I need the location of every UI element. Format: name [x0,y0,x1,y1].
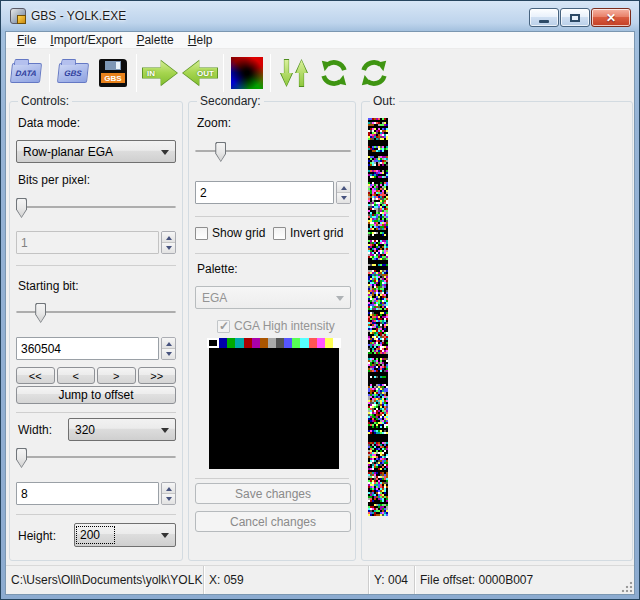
slider-thumb[interactable] [16,448,27,468]
spinner [336,181,351,204]
menu-palette[interactable]: Palette [129,32,180,48]
out-pixel-strip[interactable] [368,118,388,516]
spin-up-button[interactable] [337,182,350,192]
toolbar-separator [49,54,50,92]
divider [16,265,176,266]
show-grid-checkbox[interactable]: Show grid [195,226,265,240]
palette-swatch[interactable] [268,338,276,348]
open-data-button[interactable]: DATA [6,52,46,94]
bits-per-pixel-slider[interactable] [16,198,176,218]
invert-grid-checkbox[interactable]: Invert grid [273,226,343,240]
maximize-button[interactable] [560,8,590,27]
checkbox-icon [217,320,230,333]
color-wheel-button[interactable] [227,52,267,94]
out-arrow-icon: OUT [182,58,218,88]
palette-swatch[interactable] [252,338,260,348]
window-title: GBS - YOLK.EXE [31,9,126,23]
divider [195,478,349,479]
palette-swatch[interactable] [260,338,268,348]
status-file-path: C:\Users\Olli\Documents\yolk\YOLK.EXE [6,566,203,594]
slider-thumb[interactable] [35,303,46,323]
starting-bit-input[interactable] [16,337,159,360]
spin-up-button[interactable] [162,483,175,493]
offset-back-fast-button[interactable]: << [16,367,55,384]
palette-swatch[interactable] [219,338,227,348]
palette-swatch[interactable] [207,338,219,348]
palette-swatch[interactable] [300,338,308,348]
divider [195,216,349,217]
width-combobox[interactable]: 320 [68,418,176,441]
palette-swatch[interactable] [309,338,317,348]
refresh-ccw-icon [359,58,389,88]
palette-swatch[interactable] [325,338,333,348]
save-gbs-button[interactable]: GBS [93,52,133,94]
palette-swatch[interactable] [235,338,243,348]
refresh-alt-button[interactable] [354,52,394,94]
app-window: GBS - YOLK.EXE ✕ File Import/Export Pale… [0,0,640,600]
palette-swatch[interactable] [284,338,292,348]
close-button[interactable]: ✕ [591,8,631,27]
data-mode-combobox[interactable]: Row-planar EGA [16,140,176,163]
floppy-disk-icon: GBS [99,59,127,87]
divider [16,514,176,515]
divider [195,253,349,254]
width-fine-input[interactable] [16,482,159,505]
controls-group-label: Controls: [18,94,72,108]
palette-swatch[interactable] [317,338,325,348]
title-bar[interactable]: GBS - YOLK.EXE ✕ [1,1,639,31]
palette-swatch[interactable] [227,338,235,348]
spin-down-button[interactable] [162,493,175,504]
starting-bit-spin [16,337,176,360]
palette-swatch[interactable] [276,338,284,348]
menu-file[interactable]: File [10,32,43,48]
chevron-down-icon [161,150,169,159]
zoom-slider[interactable] [195,142,351,162]
spin-down-button[interactable] [337,192,350,203]
menu-import-export[interactable]: Import/Export [43,32,129,48]
slider-thumb[interactable] [16,198,27,218]
width-label: Width: [18,423,52,437]
spinner [161,337,176,360]
save-changes-button: Save changes [195,483,351,504]
offset-forward-fast-button[interactable]: >> [138,367,177,384]
starting-bit-slider[interactable] [16,303,176,323]
jump-to-offset-button[interactable]: Jump to offset [16,386,176,404]
zoom-label: Zoom: [197,116,231,130]
move-in-button[interactable]: IN [140,52,180,94]
in-arrow-icon: IN [142,58,178,88]
spin-down-button[interactable] [162,348,175,359]
palette-swatch[interactable] [292,338,300,348]
height-combobox[interactable]: 200 [74,523,176,547]
bits-per-pixel-label: Bits per pixel: [18,173,90,187]
swap-up-down-button[interactable] [274,52,314,94]
chevron-down-icon [336,296,344,305]
move-out-button[interactable]: OUT [180,52,220,94]
open-gbs-button[interactable]: GBS [53,52,93,94]
zoom-input[interactable] [195,181,334,204]
minimize-button[interactable] [529,8,559,27]
color-editor[interactable] [209,348,339,469]
palette-swatch[interactable] [244,338,252,348]
status-x-coordinate: X: 059 [203,566,368,594]
status-file-offset: File offset: 0000B007 [414,566,634,594]
menu-bar: File Import/Export Palette Help [6,32,634,49]
data-folder-icon: DATA [10,63,42,83]
palette-label: Palette: [197,262,238,276]
width-fine-slider[interactable] [16,448,176,468]
zoom-spin [195,181,351,204]
cancel-changes-button: Cancel changes [195,511,351,532]
status-bar: C:\Users\Olli\Documents\yolk\YOLK.EXE X:… [6,565,634,594]
slider-thumb[interactable] [215,142,226,162]
status-y-coordinate: Y: 004 [368,566,414,594]
palette-swatch[interactable] [333,338,341,348]
spin-up-button [162,232,175,242]
spin-up-button[interactable] [162,338,175,348]
controls-group: Controls: Data mode: Row-planar EGA Bits… [9,101,183,561]
offset-forward-button[interactable]: > [97,367,136,384]
secondary-group-label: Secondary: [197,94,264,108]
offset-back-button[interactable]: < [57,367,96,384]
refresh-button[interactable] [314,52,354,94]
menu-help[interactable]: Help [181,32,220,48]
spinner [161,231,176,254]
resize-grip[interactable] [621,581,633,593]
